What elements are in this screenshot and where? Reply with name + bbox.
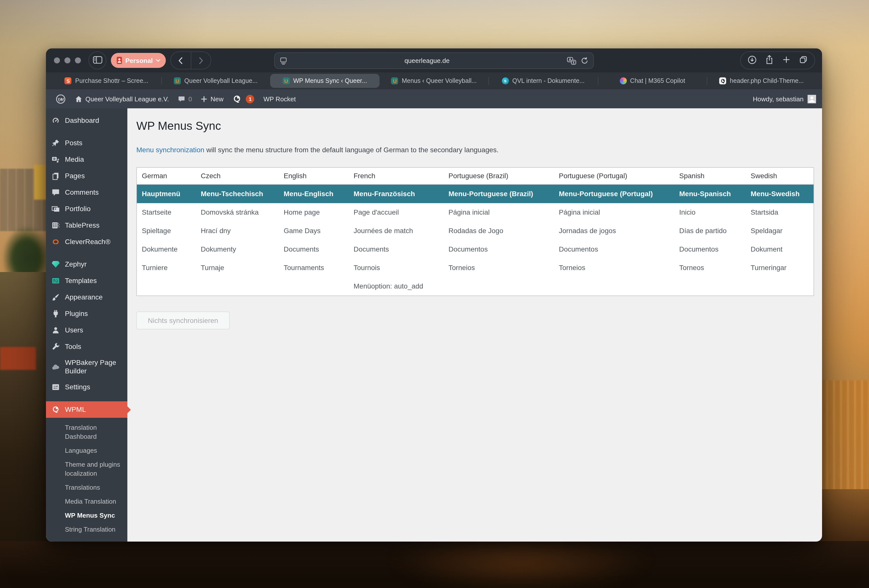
- translate-icon[interactable]: [567, 57, 576, 65]
- submenu-item-languages[interactable]: Languages: [46, 446, 128, 455]
- site-name-menu[interactable]: Queer Volleyball League e.V.: [70, 89, 173, 108]
- browser-tab-4[interactable]: UMenus ‹ Queer Volleyball...: [379, 73, 488, 89]
- sidebar-separator: [46, 129, 128, 135]
- sidebar-item-users[interactable]: Users: [46, 322, 128, 338]
- browser-tab-2[interactable]: UQueer Volleyball League...: [161, 73, 270, 89]
- tab-bar: SPurchase Shottr – Scree...UQueer Volley…: [46, 73, 822, 89]
- howdy-menu[interactable]: Howdy, sebastian: [753, 95, 804, 102]
- wp-admin-sidebar: DashboardPostsMediaPagesCommentsPortfoli…: [46, 108, 128, 542]
- comments-icon: [51, 188, 61, 197]
- menu-item-cell: Menüoption: auto_add: [348, 277, 443, 296]
- page-settings-icon[interactable]: [280, 57, 287, 65]
- back-button[interactable]: [171, 52, 191, 69]
- sync-nothing-button[interactable]: Nichts synchronisieren: [136, 311, 230, 329]
- new-content-menu[interactable]: New: [197, 89, 228, 108]
- plugins-icon: [51, 309, 61, 318]
- sidebar-item-templates[interactable]: Templates: [46, 273, 128, 289]
- menu-item-cell: [137, 277, 196, 296]
- browser-tab-7[interactable]: header.php Child-Theme...: [707, 73, 816, 89]
- menu-item-cell: [196, 277, 279, 296]
- sidebar-item-pages[interactable]: Pages: [46, 168, 128, 184]
- home-icon: [75, 95, 82, 102]
- zephyr-icon: [51, 259, 61, 269]
- sidebar-toggle-button[interactable]: [88, 52, 106, 70]
- menu-item-cell: Dokument: [746, 240, 814, 259]
- downloads-button[interactable]: [744, 52, 761, 69]
- tab-label: header.php Child-Theme...: [730, 77, 804, 84]
- sidebar-item-wpbakery-page-builder[interactable]: WPBakery Page Builder: [46, 355, 128, 379]
- reload-icon[interactable]: [581, 57, 588, 64]
- tools-icon: [51, 342, 61, 351]
- wp-admin-body: DashboardPostsMediaPagesCommentsPortfoli…: [46, 108, 822, 542]
- toolbar-actions: [740, 52, 815, 70]
- sidebar-item-settings[interactable]: Settings: [46, 379, 128, 395]
- menu-item-cell: [443, 277, 554, 296]
- sidebar-item-plugins[interactable]: Plugins: [46, 305, 128, 322]
- profile-button[interactable]: Personal: [111, 53, 166, 68]
- share-button[interactable]: [761, 52, 778, 69]
- menu-item-cell: Turnaje: [196, 259, 279, 277]
- user-avatar[interactable]: [808, 95, 816, 103]
- zoom-window-button[interactable]: [75, 58, 81, 64]
- submenu-item-translations[interactable]: Translations: [46, 483, 128, 492]
- menu-item-cell: Journées de match: [348, 222, 443, 240]
- menu-item-cell: Game Days: [279, 222, 348, 240]
- submenu-item-theme-and-plugins-localization[interactable]: Theme and plugins localization: [46, 460, 128, 478]
- sidebar-item-comments[interactable]: Comments: [46, 184, 128, 201]
- menu-item-cell: Tournois: [348, 259, 443, 277]
- forward-button[interactable]: [191, 52, 211, 69]
- sidebar-item-label: TablePress: [65, 221, 99, 230]
- shottr-favicon: S: [65, 77, 72, 84]
- sidebar-item-dashboard[interactable]: Dashboard: [46, 112, 128, 129]
- menu-synchronization-link[interactable]: Menu synchronization: [136, 146, 204, 154]
- menu-name-cell: Menu-Tschechisch: [196, 185, 279, 203]
- sidebar-item-zephyr[interactable]: Zephyr: [46, 256, 128, 273]
- menu-item-cell: Tournaments: [279, 259, 348, 277]
- table-row: StartseiteDomovská stránkaHome pagePage …: [137, 203, 814, 222]
- submenu-item-media-translation[interactable]: Media Translation: [46, 497, 128, 506]
- profile-label: Personal: [125, 57, 153, 64]
- column-header: Swedish: [746, 168, 814, 184]
- wp-rocket-menu[interactable]: WP Rocket: [259, 89, 300, 108]
- menu-item-cell: Documents: [348, 240, 443, 259]
- browser-tab-6[interactable]: Chat | M365 Copilot: [598, 73, 707, 89]
- tablepress-icon: [51, 221, 61, 230]
- column-header: Spanish: [674, 168, 746, 184]
- menu-name-cell: Hauptmenü: [137, 185, 196, 203]
- sidebar-item-tools[interactable]: Tools: [46, 338, 128, 355]
- sidebar-item-appearance[interactable]: Appearance: [46, 289, 128, 305]
- browser-tab-3-active[interactable]: UWP Menus Sync ‹ Queer...: [270, 74, 379, 88]
- table-row: SpieltageHrací dnyGame DaysJournées de m…: [137, 222, 814, 240]
- settings-icon: [51, 382, 61, 392]
- sidebar-item-label: Portfolio: [65, 204, 90, 213]
- minimize-window-button[interactable]: [64, 58, 70, 64]
- sidebar-item-posts[interactable]: Posts: [46, 135, 128, 151]
- menu-item-cell: Home page: [279, 203, 348, 222]
- menu-names-row: HauptmenüMenu-TschechischMenu-EnglischMe…: [137, 185, 814, 203]
- submenu-item-wp-menus-sync[interactable]: WP Menus Sync: [46, 511, 128, 520]
- wpml-admin-menu[interactable]: 1: [228, 89, 259, 108]
- address-bar[interactable]: queerleague.de: [274, 52, 594, 69]
- sidebar-item-cleverreach[interactable]: CleverReach®: [46, 234, 128, 250]
- sidebar-item-media[interactable]: Media: [46, 151, 128, 168]
- sidebar-item-wpml[interactable]: WPML: [46, 401, 128, 418]
- sidebar-item-label: Plugins: [65, 310, 88, 318]
- menu-item-cell: Documentos: [674, 240, 746, 259]
- sidebar-toggle-icon: [93, 56, 102, 65]
- sidebar-item-label: WPBakery Page Builder: [65, 358, 123, 375]
- wp-logo-menu[interactable]: [51, 89, 70, 108]
- comments-menu[interactable]: 0: [173, 89, 196, 108]
- menu-item-cell: Documentos: [443, 240, 554, 259]
- tab-label: Menus ‹ Queer Volleyball...: [402, 77, 477, 84]
- submenu-item-translation-dashboard[interactable]: Translation Dashboard: [46, 423, 128, 441]
- desktop-wallpaper: Personal queerleague.de: [0, 0, 869, 588]
- close-window-button[interactable]: [54, 58, 60, 64]
- submenu-item-string-translation[interactable]: String Translation: [46, 525, 128, 534]
- new-tab-button[interactable]: [778, 52, 795, 69]
- browser-tab-5[interactable]: sQVL intern - Dokumente...: [489, 73, 598, 89]
- browser-tab-1[interactable]: SPurchase Shottr – Scree...: [52, 73, 161, 89]
- menu-item-cell: Página inicial: [554, 203, 674, 222]
- sidebar-item-portfolio[interactable]: Portfolio: [46, 201, 128, 217]
- sidebar-item-tablepress[interactable]: TablePress: [46, 217, 128, 234]
- tab-overview-button[interactable]: [795, 52, 811, 69]
